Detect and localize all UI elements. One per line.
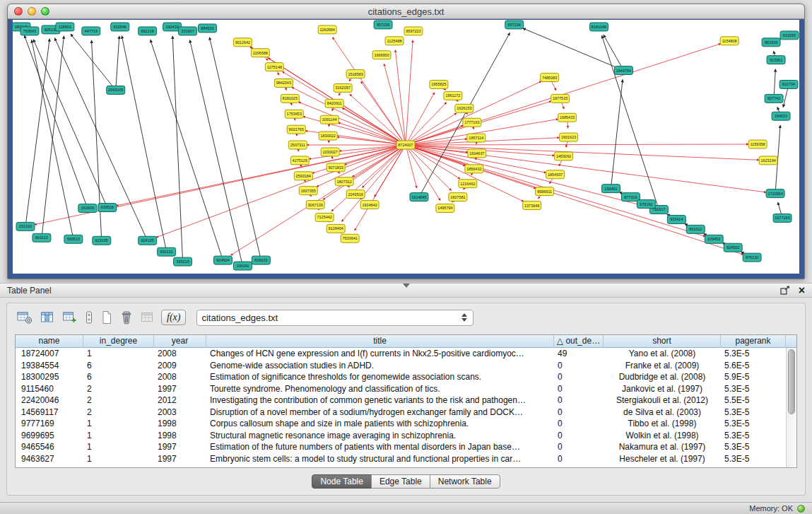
graph-edge[interactable]: [32, 40, 73, 235]
table-source-dropdown[interactable]: citations_edges.txt: [196, 310, 473, 326]
graph-edge[interactable]: [172, 36, 182, 257]
graph-node[interactable]: 884520: [199, 24, 217, 33]
table-mode-button[interactable]: [16, 309, 34, 326]
graph-node[interactable]: 1955825: [430, 81, 448, 89]
graph-node[interactable]: 9071833: [326, 163, 345, 172]
graph-node[interactable]: 924502: [724, 243, 742, 252]
window-titlebar[interactable]: citations_edges.txt: [8, 4, 804, 19]
graph-node[interactable]: 933414: [667, 215, 686, 223]
delete-columns-button[interactable]: [119, 309, 134, 327]
graph-node[interactable]: 447719: [82, 27, 100, 35]
graph-edge[interactable]: [116, 36, 119, 86]
graph-edge[interactable]: [345, 146, 402, 165]
graph-node[interactable]: 9012642: [233, 38, 252, 47]
graph-node[interactable]: 2507311: [288, 141, 307, 149]
graph-node[interactable]: 1601623: [560, 133, 578, 141]
graph-node[interactable]: 1710554: [766, 189, 784, 198]
graph-edge[interactable]: [562, 103, 564, 109]
graph-edge[interactable]: [409, 113, 457, 143]
graph-node[interactable]: 108341: [233, 262, 252, 270]
graph-node[interactable]: 1159358: [748, 140, 767, 148]
table-row[interactable]: 977716911998Corpus callosum shape and si…: [16, 418, 786, 430]
graph-edge[interactable]: [410, 146, 650, 208]
graph-node[interactable]: 2243516: [346, 190, 365, 199]
graph-node[interactable]: 128901: [56, 23, 74, 31]
graph-node[interactable]: 194533: [772, 112, 790, 120]
graph-node[interactable]: 923105: [93, 236, 111, 245]
tab-edge-table[interactable]: Edge Table: [371, 474, 430, 489]
graph-node[interactable]: 335210: [174, 257, 192, 266]
graph-node[interactable]: 922734: [779, 81, 798, 89]
graph-node[interactable]: 8181046: [590, 23, 608, 31]
table-row[interactable]: 969969511998Structural magnetic resonanc…: [16, 430, 786, 442]
graph-edge[interactable]: [774, 69, 775, 95]
graph-node[interactable]: 1856432: [465, 165, 483, 173]
table-row[interactable]: 911546021997Tourette syndrome. Phenomeno…: [16, 383, 786, 395]
graph-node[interactable]: 803113: [33, 233, 51, 242]
graph-edge[interactable]: [777, 107, 779, 112]
graph-node[interactable]: 1453092: [555, 152, 573, 160]
graph-edge[interactable]: [410, 139, 467, 144]
graph-node[interactable]: 927742: [765, 94, 783, 103]
graph-node[interactable]: 3162097: [334, 83, 352, 92]
graph-node[interactable]: 679191: [637, 200, 655, 209]
column-header-short[interactable]: short: [604, 335, 721, 348]
graph-edge[interactable]: [209, 37, 260, 257]
graph-edge[interactable]: [611, 79, 623, 184]
graph-node[interactable]: 7125442: [315, 213, 334, 221]
graph-node[interactable]: 1961172: [444, 91, 462, 100]
graph-edge[interactable]: [26, 39, 49, 223]
graph-edge[interactable]: [774, 51, 775, 56]
graph-node[interactable]: 7485083: [541, 74, 559, 82]
graph-node[interactable]: 2593184: [294, 172, 312, 180]
graph-node[interactable]: 1830022: [319, 132, 337, 140]
graph-node[interactable]: 4275126: [290, 156, 309, 165]
close-window-button[interactable]: [14, 7, 23, 16]
graph-node[interactable]: 1216462: [459, 180, 477, 188]
function-builder-button[interactable]: f(x): [161, 310, 186, 325]
graph-edge[interactable]: [406, 40, 413, 141]
zoom-window-button[interactable]: [41, 7, 49, 16]
graph-node[interactable]: 877319: [621, 193, 640, 201]
graph-edge[interactable]: [778, 202, 782, 214]
graph-node[interactable]: 1373649: [523, 201, 541, 210]
graph-node[interactable]: 1677160: [773, 214, 792, 222]
tab-network-table[interactable]: Network Table: [430, 474, 500, 489]
column-header-pagerank[interactable]: pagerank: [721, 335, 786, 348]
table-row[interactable]: 1938455462009Genome-wide association stu…: [16, 360, 786, 372]
graph-edge[interactable]: [362, 148, 402, 187]
graph-node[interactable]: 829103: [252, 256, 270, 264]
row-selection-button[interactable]: [83, 309, 95, 326]
graph-node[interactable]: 590513: [64, 235, 83, 243]
graph-node[interactable]: 1807355: [299, 187, 317, 195]
graph-edge[interactable]: [408, 103, 447, 142]
graph-node[interactable]: 8420911: [325, 99, 343, 107]
graph-node[interactable]: 2063105: [107, 86, 125, 94]
graph-node[interactable]: 9021765: [287, 125, 305, 134]
graph-node[interactable]: 1626153: [455, 104, 473, 112]
graph-node[interactable]: 1877515: [551, 94, 570, 103]
table-row[interactable]: 946554611997Estimation of the future num…: [16, 441, 786, 453]
graph-edge[interactable]: [122, 36, 165, 248]
table-row[interactable]: 1872400712008Changes of HCN gene express…: [16, 348, 786, 360]
graph-node[interactable]: 3067139: [306, 201, 324, 209]
panel-resize-notch-icon[interactable]: [403, 284, 410, 288]
graph-node[interactable]: 1623194: [759, 156, 777, 165]
table-scrollbar[interactable]: [786, 348, 796, 467]
graph-node[interactable]: 1946794: [614, 66, 632, 75]
graph-node[interactable]: 1857114: [467, 134, 486, 142]
graph-edge[interactable]: [567, 122, 568, 128]
create-column-button[interactable]: [100, 309, 114, 326]
graph-node[interactable]: 913361: [767, 56, 785, 64]
graph-node[interactable]: 857234: [505, 21, 524, 29]
table-row[interactable]: 946362711997Embryonic stem cells: a mode…: [16, 453, 786, 465]
graph-node[interactable]: 769543: [20, 27, 39, 35]
graph-node[interactable]: 910546: [111, 23, 129, 31]
graph-edge[interactable]: [342, 108, 401, 143]
graph-edge[interactable]: [303, 117, 401, 144]
graph-node[interactable]: 1914842: [360, 201, 379, 209]
graph-edge[interactable]: [602, 35, 658, 206]
graph-node[interactable]: 8181025: [281, 94, 299, 103]
graph-edge[interactable]: [190, 40, 242, 262]
import-table-button[interactable]: [61, 309, 78, 326]
